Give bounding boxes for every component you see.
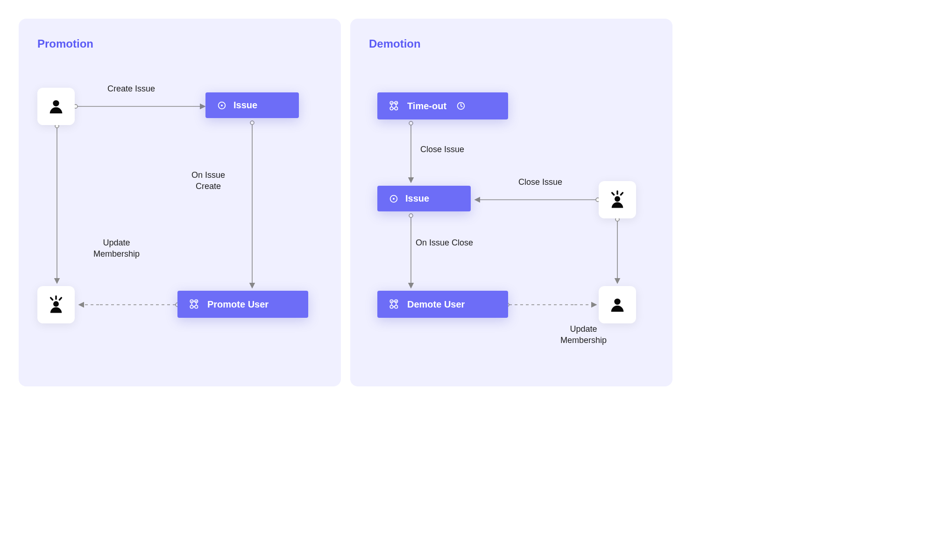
- update-membership-label: Update Membership: [93, 237, 140, 260]
- diagram-container: Promotion: [19, 19, 672, 386]
- user-node: [37, 88, 75, 125]
- user-node-2: [599, 286, 636, 323]
- issue-node: Issue: [205, 92, 299, 118]
- spark-user-node-2: [599, 181, 636, 218]
- close-issue-label-1: Close Issue: [420, 144, 464, 155]
- timeout-node: Time-out: [377, 92, 508, 119]
- issue-label: Issue: [234, 100, 257, 111]
- workflow-icon: [389, 298, 401, 310]
- demote-user-label: Demote User: [407, 299, 465, 310]
- promotion-panel: Promotion: [19, 19, 341, 386]
- promote-user-label: Promote User: [207, 299, 269, 310]
- close-issue-label-2: Close Issue: [518, 176, 562, 188]
- workflow-icon: [189, 298, 201, 310]
- promote-user-pill: Promote User: [177, 291, 308, 318]
- demotion-diagram: Time-out Issue D: [369, 69, 654, 368]
- issue-node-2: Issue: [377, 186, 471, 211]
- user-icon: [37, 88, 75, 125]
- promote-user-node: Promote User: [177, 291, 308, 318]
- promotion-diagram: Issue Promote User Create Issue On Issue…: [37, 69, 322, 368]
- demotion-title: Demotion: [369, 37, 654, 50]
- issue-pill-2: Issue: [377, 186, 471, 211]
- svg-point-14: [250, 121, 254, 125]
- clock-icon: [456, 101, 466, 111]
- demote-user-node: Demote User: [377, 291, 508, 318]
- target-icon: [217, 100, 227, 111]
- timeout-pill: Time-out: [377, 92, 508, 119]
- create-issue-label: Create Issue: [107, 83, 155, 94]
- spark-user-icon: [599, 181, 636, 218]
- demote-user-pill: Demote User: [377, 291, 508, 318]
- target-icon: [389, 194, 399, 204]
- on-issue-create-label: On Issue Create: [191, 169, 225, 192]
- spark-user-icon: [37, 286, 75, 323]
- demotion-panel: Demotion: [350, 19, 672, 386]
- issue-pill: Issue: [205, 92, 299, 118]
- update-membership-label-2: Update Membership: [560, 323, 607, 346]
- promotion-title: Promotion: [37, 37, 322, 50]
- on-issue-close-label: On Issue Close: [416, 237, 473, 248]
- workflow-icon: [389, 100, 401, 112]
- svg-point-23: [409, 214, 413, 217]
- timeout-label: Time-out: [407, 101, 446, 112]
- issue-label-2: Issue: [405, 193, 429, 204]
- spark-user-node: [37, 286, 75, 323]
- svg-point-19: [409, 121, 413, 125]
- user-icon: [599, 286, 636, 323]
